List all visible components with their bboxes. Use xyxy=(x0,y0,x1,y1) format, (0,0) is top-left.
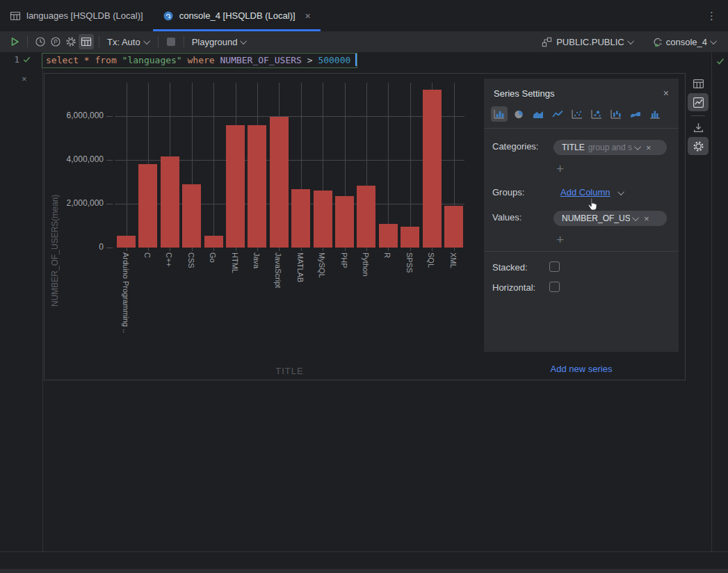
tab-label: console_4 [HSQLDB (Local)] xyxy=(179,10,296,21)
session-plug-icon xyxy=(652,37,663,47)
bar-chart-plot xyxy=(115,83,464,248)
sql-statement[interactable]: select * from "languages" where NUMBER_O… xyxy=(46,55,350,65)
chevron-down-icon xyxy=(632,214,639,221)
output-mode-table-button[interactable] xyxy=(79,34,94,49)
x-tick-mark xyxy=(127,248,127,251)
history-icon[interactable] xyxy=(33,34,48,49)
categories-value: TITLE xyxy=(562,143,585,152)
tab-label: languages [HSQLDB (Local)] xyxy=(26,10,143,21)
tx-mode-label: Tx: Auto xyxy=(107,37,140,47)
result-table-view-icon[interactable] xyxy=(688,74,709,92)
run-button[interactable] xyxy=(7,34,22,49)
add-categories-column-button[interactable]: + xyxy=(556,163,564,175)
x-tick-label: SPSS xyxy=(405,252,414,273)
categories-column-select[interactable]: TITLE group and s × xyxy=(553,140,667,155)
groups-label: Groups: xyxy=(492,187,524,197)
chart-type-stream-icon[interactable] xyxy=(627,106,644,122)
settings-gear-icon[interactable] xyxy=(63,34,79,49)
panel-title: Series Settings xyxy=(494,88,554,99)
results-side-toolbar xyxy=(686,67,711,380)
x-tick-label: R xyxy=(383,252,391,258)
table-icon xyxy=(10,10,21,22)
chart-type-pie-icon[interactable] xyxy=(510,106,527,122)
x-tick-mark xyxy=(345,248,346,251)
chart-type-selector xyxy=(491,106,663,122)
sql-number-literal: 500000 xyxy=(318,55,350,65)
chart-type-scatter-icon[interactable] xyxy=(569,106,585,122)
result-chart-view-icon[interactable] xyxy=(688,93,709,111)
x-tick-label: C xyxy=(143,252,152,258)
y-tick-mark xyxy=(106,116,113,117)
session-selector[interactable]: console_4 xyxy=(649,37,720,47)
chart-type-bubble-icon[interactable] xyxy=(588,106,605,122)
tx-mode-dropdown[interactable]: Tx: Auto xyxy=(104,37,153,47)
add-column-label: Add Column xyxy=(560,187,610,197)
schema-selector[interactable]: PUBLIC.PUBLIC xyxy=(539,37,637,47)
horizontal-checkbox[interactable] xyxy=(549,282,560,292)
bar-C xyxy=(138,164,157,248)
chart-type-line-icon[interactable] xyxy=(549,106,566,122)
x-tick-label: CSS xyxy=(187,252,195,268)
chart-type-histogram-icon[interactable] xyxy=(647,106,663,122)
y-tick-mark xyxy=(106,204,113,204)
horizontal-label: Horizontal: xyxy=(492,282,535,293)
remove-icon[interactable]: × xyxy=(644,213,649,224)
chart-type-area-icon[interactable] xyxy=(530,106,547,122)
inspections-ok-icon xyxy=(715,56,725,66)
sql-star: * xyxy=(84,55,95,65)
chevron-down-icon[interactable] xyxy=(617,188,624,195)
stacked-checkbox[interactable] xyxy=(549,261,560,272)
sql-operator: > xyxy=(307,55,318,65)
more-menu-icon[interactable]: ⋮ xyxy=(706,10,728,22)
stop-button[interactable] xyxy=(163,34,179,49)
y-tick-mark xyxy=(106,160,113,161)
bar-CSS xyxy=(182,184,201,248)
toolbar-separator xyxy=(27,36,28,47)
categories-label: Categories: xyxy=(492,141,538,152)
bar-C++ xyxy=(161,156,179,248)
x-axis-title: TITLE xyxy=(115,366,464,376)
status-bar xyxy=(0,569,728,573)
status-divider xyxy=(0,551,728,552)
session-label: console_4 xyxy=(666,37,707,47)
x-tick-mark xyxy=(388,248,389,251)
sql-keyword: where xyxy=(188,55,220,65)
close-icon[interactable]: × xyxy=(663,88,669,99)
x-tick-label: PHP xyxy=(340,252,348,268)
divider xyxy=(484,251,679,252)
tab-console-4[interactable]: console_4 [HSQLDB (Local)] × xyxy=(153,0,321,31)
sql-keyword: select xyxy=(46,55,84,65)
parameters-icon[interactable]: P xyxy=(48,34,63,49)
y-tick-label: 2,000,000 xyxy=(45,198,104,208)
add-values-column-button[interactable]: + xyxy=(556,234,564,245)
mouse-cursor-hand-icon xyxy=(588,197,599,211)
remove-icon[interactable]: × xyxy=(646,143,652,153)
line-number: 1 xyxy=(10,54,19,65)
chevron-down-icon xyxy=(634,143,641,150)
playground-dropdown[interactable]: Playground xyxy=(189,37,250,47)
gridline-v xyxy=(410,83,411,248)
close-results-icon[interactable]: × xyxy=(22,74,27,83)
chart-type-range-bar-icon[interactable] xyxy=(608,106,624,122)
export-download-icon[interactable] xyxy=(688,118,709,136)
svg-text:P: P xyxy=(54,38,58,45)
add-new-series-link[interactable]: Add new series xyxy=(484,364,679,374)
bar-MATLAB xyxy=(291,189,310,248)
chevron-down-icon xyxy=(627,38,634,45)
values-column-select[interactable]: NUMBER_OF_USE × xyxy=(553,211,667,226)
close-icon[interactable]: × xyxy=(305,10,311,22)
x-tick-mark xyxy=(213,248,214,251)
x-tick-mark xyxy=(432,248,432,251)
chevron-down-icon xyxy=(241,38,248,45)
x-tick-label: C++ xyxy=(165,252,173,267)
console-toolbar: P Tx: Auto Playground PUBLIC.PUBLIC cons… xyxy=(0,31,728,53)
schema-label: PUBLIC.PUBLIC xyxy=(556,37,624,47)
tab-languages[interactable]: languages [HSQLDB (Local)] xyxy=(0,0,153,31)
console-icon xyxy=(163,10,174,22)
chart-settings-gear-icon[interactable] xyxy=(688,137,709,155)
bar-SPSS xyxy=(401,227,419,248)
divider xyxy=(691,115,705,116)
groups-add-column-link[interactable]: Add Column xyxy=(560,187,610,197)
bar-Python xyxy=(357,186,375,248)
chart-type-bar-icon[interactable] xyxy=(491,106,508,122)
